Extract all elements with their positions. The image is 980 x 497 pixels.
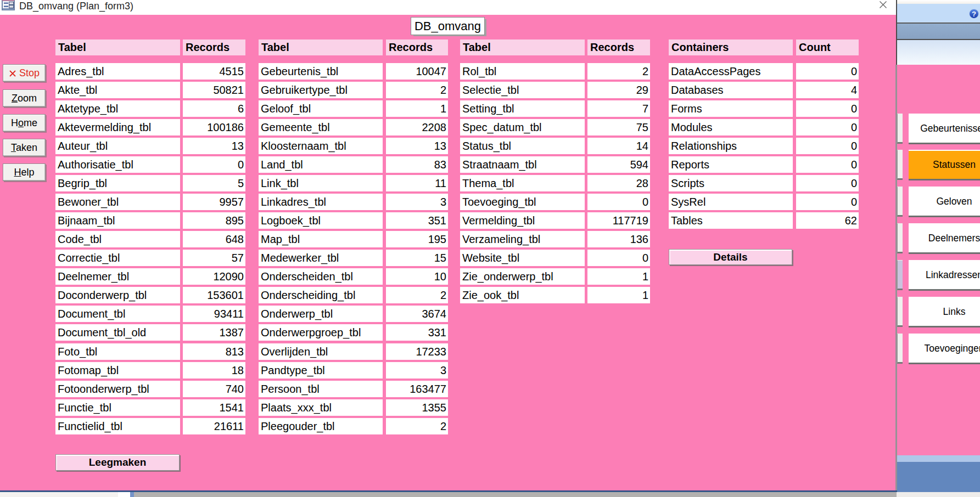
- svg-text:?: ?: [972, 10, 976, 18]
